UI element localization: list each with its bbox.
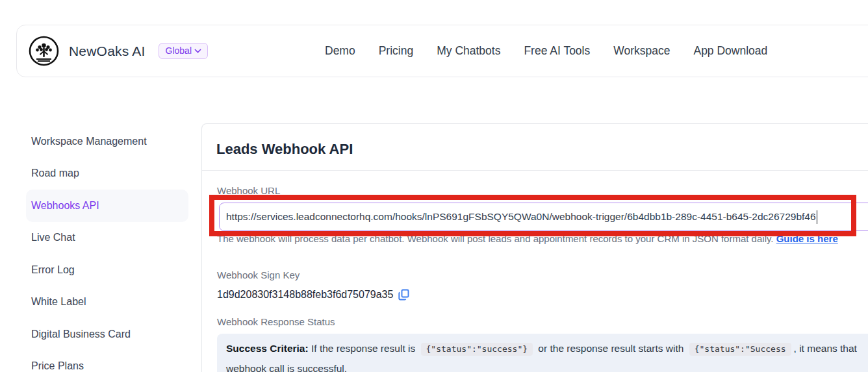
status-success-prefix-code: {"status":"Success: [689, 343, 791, 356]
page-title: Leads Webhook API: [216, 141, 353, 157]
criteria-part3: , it means that: [794, 343, 857, 354]
webhook-url-label: Webhook URL: [217, 185, 280, 196]
sidebar-item-white-label[interactable]: White Label: [26, 286, 188, 319]
sidebar-item-error-log[interactable]: Error Log: [26, 254, 188, 286]
nav-demo[interactable]: Demo: [325, 44, 355, 58]
newoaks-logo-icon: [29, 36, 59, 66]
copy-button[interactable]: [398, 289, 409, 301]
brand-name: NewOaks AI: [69, 43, 146, 59]
sidebar-item-workspace-management[interactable]: Workspace Management: [26, 125, 188, 158]
sidebar-item-road-map[interactable]: Road map: [26, 158, 188, 190]
top-nav: Demo Pricing My Chatbots Free AI Tools W…: [325, 25, 767, 77]
webhook-url-value: https://services.leadconnectorhq.com/hoo…: [226, 211, 816, 223]
success-criteria-box: Success Criteria: If the response result…: [217, 334, 868, 372]
region-selector[interactable]: Global: [159, 43, 208, 59]
nav-free-ai-tools[interactable]: Free AI Tools: [524, 44, 590, 58]
text-caret: [817, 210, 818, 224]
nav-pricing[interactable]: Pricing: [379, 44, 414, 58]
sidebar-item-webhooks-api[interactable]: Webhooks API: [26, 190, 188, 222]
sign-key-label: Webhook Sign Key: [217, 269, 300, 280]
settings-sidebar: Workspace Management Road map Webhooks A…: [26, 125, 188, 372]
sign-key-row: 1d9d20830f3148b88feb3f6d75079a35: [217, 289, 409, 301]
nav-app-download[interactable]: App Download: [693, 44, 767, 58]
webhook-url-help: The webhook will process data per chatbo…: [217, 233, 868, 244]
region-label: Global: [166, 45, 192, 56]
top-header: NewOaks AI Global Demo Pricing My Chatbo…: [16, 25, 868, 77]
sidebar-item-price-plans[interactable]: Price Plans: [26, 351, 188, 372]
nav-workspace[interactable]: Workspace: [613, 44, 670, 58]
sidebar-item-live-chat[interactable]: Live Chat: [26, 222, 188, 254]
main-panel: Leads Webhook API Webhook URL https://se…: [201, 123, 868, 372]
sign-key-value: 1d9d20830f3148b88feb3f6d75079a35: [217, 289, 393, 301]
sidebar-item-digital-business-card[interactable]: Digital Business Card: [26, 318, 188, 351]
success-criteria-bold: Success Criteria:: [226, 343, 309, 354]
criteria-part2: or the response result starts with: [535, 343, 687, 354]
status-success-code: {"status":"success"}: [421, 343, 533, 356]
criteria-part1: If the response result is: [309, 343, 418, 354]
copy-icon: [398, 289, 409, 301]
response-status-label: Webhook Response Status: [217, 316, 335, 327]
panel-title-row: Leads Webhook API: [202, 124, 868, 171]
guide-link[interactable]: Guide is here: [776, 233, 838, 244]
webhook-url-help-text: The webhook will process data per chatbo…: [217, 233, 776, 244]
success-criteria-line2: webhook call is successful.: [226, 363, 868, 372]
chevron-down-icon: [194, 49, 201, 53]
success-criteria-line1: Success Criteria: If the response result…: [226, 343, 868, 356]
webhook-url-input[interactable]: https://services.leadconnectorhq.com/hoo…: [219, 203, 868, 231]
nav-my-chatbots[interactable]: My Chatbots: [437, 44, 500, 58]
